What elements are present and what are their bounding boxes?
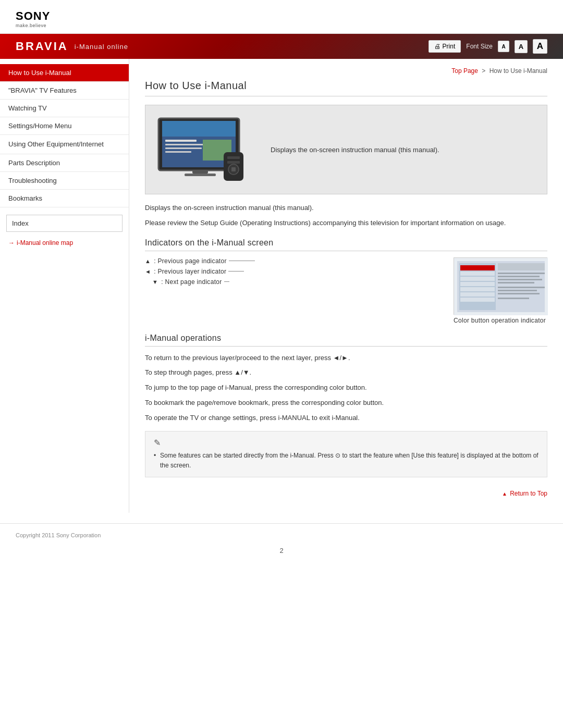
indicator-row-down: ▼ : Next page indicator xyxy=(145,278,443,286)
section-operations-title: i-Manual operations xyxy=(145,334,547,347)
screen-thumb-area: Color button operation indicator xyxy=(454,257,547,324)
print-icon: 🖨 xyxy=(434,43,440,50)
page-number: 2 xyxy=(16,547,547,554)
triangle-left-icon: ◄ xyxy=(145,268,151,275)
sidebar-index[interactable]: Index xyxy=(6,215,123,232)
image-caption: Displays the on-screen instruction manua… xyxy=(271,146,439,154)
sony-logo: SONY xyxy=(16,9,547,23)
svg-rect-21 xyxy=(460,282,495,286)
indicator-row-left: ◄ : Previous layer indicator xyxy=(145,268,443,275)
breadcrumb-top-link[interactable]: Top Page xyxy=(451,67,478,75)
indicators-area: ▲ : Previous page indicator ◄ : Previous… xyxy=(145,257,547,324)
svg-rect-5 xyxy=(165,147,202,149)
triangle-down-icon: ▼ xyxy=(152,279,158,285)
nav-bar-right: 🖨 Print Font Size A A A xyxy=(429,39,547,54)
nav-bar-left: BRAVIA i-Manual online xyxy=(16,40,128,53)
footer: Copyright 2011 Sony Corporation 2 xyxy=(0,523,563,563)
svg-rect-23 xyxy=(460,292,495,297)
sidebar: How to Use i-Manual "BRAVIA" TV Features… xyxy=(0,59,129,513)
sony-tagline: make.believe xyxy=(16,23,547,28)
svg-rect-32 xyxy=(498,293,540,294)
svg-rect-2 xyxy=(162,121,236,137)
arrow-icon: → xyxy=(8,239,15,246)
svg-rect-24 xyxy=(460,298,495,302)
triangle-up-icon: ▲ xyxy=(145,258,151,264)
op4: To bookmark the page/remove bookmark, pr… xyxy=(145,398,547,409)
section-indicators-title: Indicators on the i-Manual screen xyxy=(145,238,547,251)
op5: To operate the TV or change settings, pr… xyxy=(145,413,547,424)
svg-rect-12 xyxy=(227,161,240,164)
op1: To return to the previous layer/proceed … xyxy=(145,353,547,364)
font-size-label: Font Size xyxy=(466,43,493,50)
op2: To step through pages, press ▲/▼. xyxy=(145,367,547,378)
sidebar-divider xyxy=(0,207,129,212)
font-medium-button[interactable]: A xyxy=(515,40,528,53)
svg-rect-25 xyxy=(498,263,545,270)
nav-subtitle: i-Manual online xyxy=(75,43,128,51)
return-to-top-link[interactable]: ▲ Return to Top xyxy=(502,490,547,497)
svg-rect-20 xyxy=(460,277,495,281)
svg-rect-6 xyxy=(165,151,191,153)
nav-bar: BRAVIA i-Manual online 🖨 Print Font Size… xyxy=(0,34,563,59)
sidebar-item-settings[interactable]: Settings/Home Menu xyxy=(0,117,129,135)
print-label: Print xyxy=(443,43,456,50)
sidebar-link-label: i-Manual online map xyxy=(17,239,73,246)
indicator-row-up: ▲ : Previous page indicator xyxy=(145,257,443,265)
color-btn-label: Color button operation indicator xyxy=(454,317,546,324)
screen-thumbnail xyxy=(454,257,547,315)
para1: Displays the on-screen instruction manua… xyxy=(145,203,547,214)
note-icon: ✎ xyxy=(154,438,538,448)
svg-rect-11 xyxy=(227,156,240,159)
svg-rect-30 xyxy=(498,287,545,288)
note-bullet: Some features can be started directly fr… xyxy=(154,451,538,471)
intro-image-box: Displays the on-screen instruction manua… xyxy=(145,105,547,194)
svg-rect-14 xyxy=(231,167,236,171)
para2: Please review the Setup Guide (Operating… xyxy=(145,218,547,229)
sidebar-item-how-to-use[interactable]: How to Use i-Manual xyxy=(0,64,129,82)
note-box: ✎ Some features can be started directly … xyxy=(145,431,547,477)
svg-rect-9 xyxy=(185,174,216,176)
svg-rect-29 xyxy=(498,282,534,283)
tv-image xyxy=(156,116,255,183)
indicator-prev-page-label: : Previous page indicator xyxy=(154,257,227,265)
svg-rect-26 xyxy=(498,273,545,274)
sidebar-item-using-other[interactable]: Using Other Equipment/Internet xyxy=(0,135,129,154)
indicators-list: ▲ : Previous page indicator ◄ : Previous… xyxy=(145,257,443,289)
sidebar-item-troubleshooting[interactable]: Troubleshooting xyxy=(0,172,129,190)
return-to-top-label: Return to Top xyxy=(510,490,547,497)
svg-rect-4 xyxy=(165,144,207,145)
font-large-button[interactable]: A xyxy=(533,39,547,54)
font-small-button[interactable]: A xyxy=(498,41,509,52)
bravia-logo: BRAVIA xyxy=(16,40,68,53)
breadcrumb-separator: > xyxy=(482,67,485,75)
main-layout: How to Use i-Manual "BRAVIA" TV Features… xyxy=(0,59,563,513)
breadcrumb-current: How to Use i-Manual xyxy=(489,67,547,75)
page-header: SONY make.believe xyxy=(0,0,563,34)
svg-rect-8 xyxy=(192,170,208,174)
svg-rect-22 xyxy=(460,287,495,291)
screen-thumb-svg xyxy=(454,258,548,315)
content-area: Top Page > How to Use i-Manual How to Us… xyxy=(129,59,563,513)
op3: To jump to the top page of i-Manual, pre… xyxy=(145,382,547,393)
breadcrumb: Top Page > How to Use i-Manual xyxy=(145,64,547,80)
tv-illustration xyxy=(156,116,255,183)
indicator-next-page-label: : Next page indicator xyxy=(161,278,222,286)
copyright: Copyright 2011 Sony Corporation xyxy=(16,532,547,538)
return-to-top: ▲ Return to Top xyxy=(145,485,547,502)
page-title: How to Use i-Manual xyxy=(145,80,547,96)
svg-rect-19 xyxy=(460,272,495,276)
sidebar-item-watching-tv[interactable]: Watching TV xyxy=(0,100,129,117)
sidebar-item-parts[interactable]: Parts Description xyxy=(0,154,129,172)
svg-rect-31 xyxy=(498,290,537,291)
svg-rect-28 xyxy=(498,279,542,280)
sidebar-link-map[interactable]: → i-Manual online map xyxy=(0,235,129,251)
svg-rect-33 xyxy=(498,298,529,299)
sidebar-item-bookmarks[interactable]: Bookmarks xyxy=(0,190,129,207)
svg-rect-27 xyxy=(498,276,540,277)
svg-rect-18 xyxy=(460,265,495,270)
indicator-prev-layer-label: : Previous layer indicator xyxy=(154,268,226,275)
print-button[interactable]: 🖨 Print xyxy=(429,40,461,53)
return-arrow-icon: ▲ xyxy=(502,491,507,497)
svg-rect-3 xyxy=(165,140,197,142)
sidebar-item-bravia-features[interactable]: "BRAVIA" TV Features xyxy=(0,82,129,100)
